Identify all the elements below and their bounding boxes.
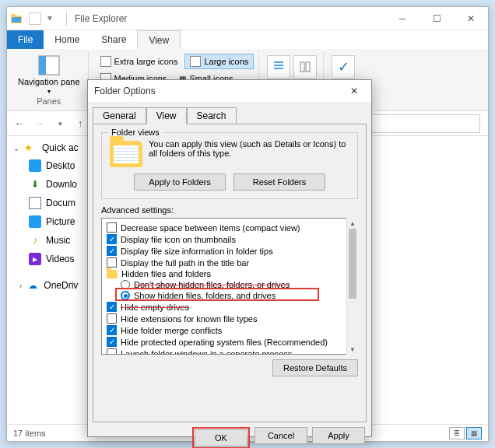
tab-share[interactable]: Share [90, 30, 137, 49]
svg-rect-2 [12, 17, 21, 23]
opt-label: Display file size information in folder … [121, 247, 273, 256]
qat-save-icon[interactable] [29, 12, 41, 25]
document-icon [29, 197, 41, 209]
onedrive-label: OneDriv [44, 280, 78, 291]
item-checkboxes-button[interactable]: ✓ [332, 55, 355, 79]
item-count: 17 items [13, 429, 46, 438]
layout-large[interactable]: Large icons [184, 54, 254, 69]
downloads-label: Downlo [46, 179, 77, 190]
scroll-thumb[interactable] [349, 229, 356, 299]
app-icon [10, 12, 23, 25]
opt-size-tips[interactable]: ✓Display file size information in folder… [104, 245, 356, 257]
forward-button[interactable]: → [30, 114, 49, 133]
lg-icon [190, 56, 201, 67]
svg-rect-5 [300, 62, 304, 72]
xl-icon [100, 56, 111, 67]
navpane-icon [38, 55, 60, 75]
tree-wrap: Decrease space between items (compact vi… [101, 218, 358, 355]
opt-hide-protected[interactable]: ✓Hide protected operating system files (… [104, 336, 356, 348]
dialog-close-button[interactable]: ✕ [343, 80, 365, 102]
qat-props-icon[interactable]: ▾ [47, 12, 60, 25]
opt-label: Hide folder merge conflicts [121, 326, 222, 335]
tree-scrollbar[interactable]: ▲ ▼ [346, 218, 358, 355]
opt-hide-empty[interactable]: ✓Hide empty drives [104, 301, 356, 313]
opt-label: Display file icon on thumbnails [121, 235, 236, 244]
navpane-label: Navigation pane [18, 77, 80, 86]
dialog-tabs: General View Search [88, 102, 371, 124]
documents-label: Docum [46, 198, 75, 208]
star-icon: ★ [24, 142, 33, 153]
opt-full-path[interactable]: Display the full path in the title bar [104, 257, 356, 268]
ribbon-panes-group: Navigation pane ▾ Panes [10, 52, 89, 107]
dialog-tab-view[interactable]: View [146, 107, 187, 124]
group-button[interactable] [293, 55, 317, 79]
scroll-down-icon[interactable]: ▼ [347, 344, 358, 355]
chevron-down-icon: ⌄ [13, 144, 19, 152]
chevron-right-icon: › [19, 282, 22, 290]
checkbox-icon: ✓ [107, 246, 117, 256]
checkbox-icon: ✓ [107, 337, 117, 347]
minimize-button[interactable]: ─ [385, 7, 420, 30]
checkbox-icon [107, 222, 117, 233]
highlight-ok: OK [192, 427, 250, 448]
opt-label: Hide empty drives [121, 303, 189, 312]
desktop-label: Deskto [46, 160, 75, 171]
cloud-icon: ☁ [26, 279, 39, 292]
opt-icon-thumbnails[interactable]: ✓Display file icon on thumbnails [104, 233, 356, 245]
dialog-tab-general[interactable]: General [93, 107, 146, 124]
tab-view[interactable]: View [137, 30, 181, 49]
chevron-down-icon: ▾ [47, 88, 51, 95]
separator [66, 12, 67, 26]
apply-to-folders-button[interactable]: Apply to Folders [134, 173, 226, 191]
opt-decrease-space[interactable]: Decrease space between items (compact vi… [104, 222, 356, 233]
scroll-up-icon[interactable]: ▲ [347, 218, 358, 229]
reset-folders-button[interactable]: Reset Folders [233, 173, 325, 191]
opt-dont-show-hidden[interactable]: Don't show hidden files, folders, or dri… [104, 279, 356, 290]
opt-label: Display the full path in the title bar [121, 258, 249, 268]
back-button[interactable]: ← [10, 114, 29, 133]
folder-icon [107, 270, 118, 278]
svg-rect-4 [39, 56, 46, 75]
opt-launch-separate[interactable]: Launch folder windows in a separate proc… [104, 348, 356, 355]
tab-home[interactable]: Home [44, 30, 90, 49]
apply-button[interactable]: Apply [312, 427, 365, 444]
checkbox-icon: ✓ [107, 302, 117, 312]
recent-dropdown[interactable]: ▾ [51, 114, 69, 133]
opt-label: Don't show hidden files, folders, or dri… [134, 280, 290, 289]
details-view-button[interactable]: ≣ [449, 427, 465, 439]
navigation-pane-button[interactable]: Navigation pane ▾ [15, 54, 83, 96]
opt-label: Hide protected operating system files (R… [121, 338, 328, 347]
group-hidden-files[interactable]: Hidden files and folders [104, 268, 356, 279]
svg-rect-6 [306, 62, 310, 72]
download-icon: ⬇ [29, 178, 41, 191]
layout-extra-large[interactable]: Extra large icons [95, 54, 184, 69]
advanced-settings-tree[interactable]: Decrease space between items (compact vi… [101, 218, 358, 355]
pictures-label: Picture [46, 216, 75, 227]
close-button[interactable]: ✕ [454, 7, 488, 30]
radio-icon [121, 291, 130, 300]
dialog-tab-search[interactable]: Search [187, 107, 237, 124]
advanced-settings-label: Advanced settings: [101, 205, 358, 215]
ok-button[interactable]: OK [195, 429, 248, 446]
opt-label: Show hidden files, folders, and drives [134, 291, 276, 300]
opt-show-hidden[interactable]: Show hidden files, folders, and drives [104, 290, 356, 301]
opt-hide-extensions[interactable]: Hide extensions for known file types [104, 313, 356, 324]
maximize-button[interactable]: ☐ [420, 7, 454, 30]
folder-views-fieldset: Folder views You can apply this view (su… [101, 132, 358, 199]
dialog-actions: OK Cancel Apply [88, 427, 371, 448]
panes-group-label: Panes [37, 96, 61, 106]
video-icon: ▸ [29, 253, 41, 265]
sort-button[interactable] [267, 55, 290, 79]
lg-label: Large icons [204, 57, 248, 66]
window-title: File Explorer [70, 13, 385, 24]
quick-access-label: Quick ac [42, 142, 79, 153]
file-menu[interactable]: File [7, 30, 44, 49]
checkbox-icon [107, 348, 117, 355]
checkbox-icon [107, 313, 117, 324]
icons-view-button[interactable]: ▦ [466, 427, 482, 439]
restore-defaults-button[interactable]: Restore Defaults [272, 359, 358, 376]
cancel-button[interactable]: Cancel [255, 427, 307, 444]
menu-tabs: File Home Share View [7, 30, 488, 49]
opt-hide-merge[interactable]: ✓Hide folder merge conflicts [104, 324, 356, 336]
dialog-body: Folder views You can apply this view (su… [93, 124, 367, 422]
